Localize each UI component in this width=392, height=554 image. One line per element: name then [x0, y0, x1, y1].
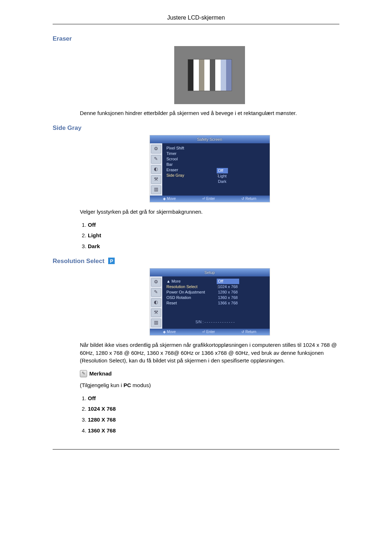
list-item: Off [88, 394, 339, 402]
osd-nav-icon: ✎ [151, 155, 161, 164]
header-rule [53, 24, 339, 24]
sidegray-options-list: OffLightDark [80, 221, 339, 250]
eraser-desc: Denne funksjonen hindrer etterbilder på … [80, 109, 339, 117]
osd-option: Dark [217, 179, 228, 184]
footer-enter: ⏎ Enter [202, 196, 215, 202]
eraser-bar [204, 59, 210, 91]
osd-nav-icon: ▥ [151, 185, 161, 194]
eraser-bar [193, 59, 199, 91]
note-label: Merknad [89, 370, 112, 378]
osd-option: Light [217, 173, 228, 179]
eraser-heading: Eraser [53, 35, 339, 42]
osd-icon-column: ⚙✎◐⚒▥ [150, 143, 162, 196]
sidegray-osd-list: Pixel ShiftTimerScroolBarEraserSide Gray… [162, 143, 270, 196]
osd-icon-column: ⚙✎◐⚒▥ [150, 276, 162, 329]
osd-menu-item: Bar [167, 162, 267, 167]
footer-return: ↺ Return [241, 329, 256, 335]
eraser-bar [226, 59, 232, 91]
osd-option: 1024 x 768 [217, 284, 239, 290]
osd-footer: ◆ Move ⏎ Enter ↺ Return [150, 196, 270, 202]
resolution-osd-title: Setup [204, 268, 215, 276]
eraser-bar [215, 59, 221, 91]
osd-option: 1280 x 768 [217, 290, 239, 295]
resolution-options-list: Off1024 X 7681280 X 7681360 X 768 [80, 394, 339, 435]
osd-option: 1366 x 768 [217, 300, 239, 306]
list-item: Light [88, 231, 339, 239]
osd-nav-icon: ⚙ [151, 278, 161, 287]
footer-move: ◆ Move [163, 196, 176, 202]
eraser-preview [174, 46, 245, 104]
resolution-osd: Setup ⚙✎◐⚒▥ ▲ MoreResolution Select:Powe… [150, 268, 270, 335]
eraser-bar [199, 59, 204, 91]
p-badge-icon: P [108, 258, 115, 264]
osd-menu-item: Pixel Shift [167, 145, 267, 151]
osd-menu-item: Timer [167, 151, 267, 156]
osd-nav-icon: ▥ [151, 319, 161, 327]
sidegray-osd: Safety Screen ⚙✎◐⚒▥ Pixel ShiftTimerScro… [150, 135, 270, 202]
footer-rule [53, 449, 339, 450]
list-item: 1024 X 768 [88, 405, 339, 413]
eraser-bar [221, 59, 226, 91]
resolution-desc: Når bildet ikke vises ordentlig på skjer… [80, 341, 339, 365]
osd-nav-icon: ⚒ [151, 175, 161, 184]
resolution-note-text: (Tilgjengelig kun i PC modus) [80, 381, 339, 389]
list-item: 1280 X 768 [88, 416, 339, 424]
osd-nav-icon: ✎ [151, 288, 161, 297]
osd-nav-icon: ⚒ [151, 308, 161, 317]
osd-footer: ◆ Move ⏎ Enter ↺ Return [150, 329, 270, 335]
resolution-heading: Resolution Select P [53, 258, 339, 265]
list-item: 1360 X 768 [88, 427, 339, 435]
osd-nav-icon: ⚙ [151, 145, 161, 153]
sidegray-heading: Side Gray [53, 124, 339, 132]
note-icon: ✎ [80, 370, 87, 377]
osd-nav-icon: ◐ [151, 165, 161, 174]
osd-option: 1360 x 768 [217, 295, 239, 300]
footer-move: ◆ Move [163, 329, 176, 335]
sidegray-desc: Velger lysstyrken på det grå for skjermb… [80, 208, 339, 216]
osd-option: Off [217, 168, 228, 173]
footer-return: ↺ Return [241, 196, 256, 202]
footer-enter: ⏎ Enter [202, 329, 215, 335]
eraser-bar [188, 59, 193, 91]
osd-menu-item: Scrool [167, 156, 267, 162]
sidegray-osd-title: Safety Screen [197, 135, 222, 143]
osd-option: Off [217, 279, 239, 284]
list-item: Off [88, 221, 339, 229]
osd-nav-icon: ◐ [151, 298, 161, 307]
page-header: Justere LCD-skjermen [53, 15, 339, 21]
resolution-osd-list: ▲ MoreResolution Select:Power On Adjustm… [162, 276, 270, 329]
serial-number: S/N : - - - - - - - - - - - - - - [167, 320, 267, 325]
list-item: Dark [88, 242, 339, 250]
eraser-bar [210, 59, 215, 91]
